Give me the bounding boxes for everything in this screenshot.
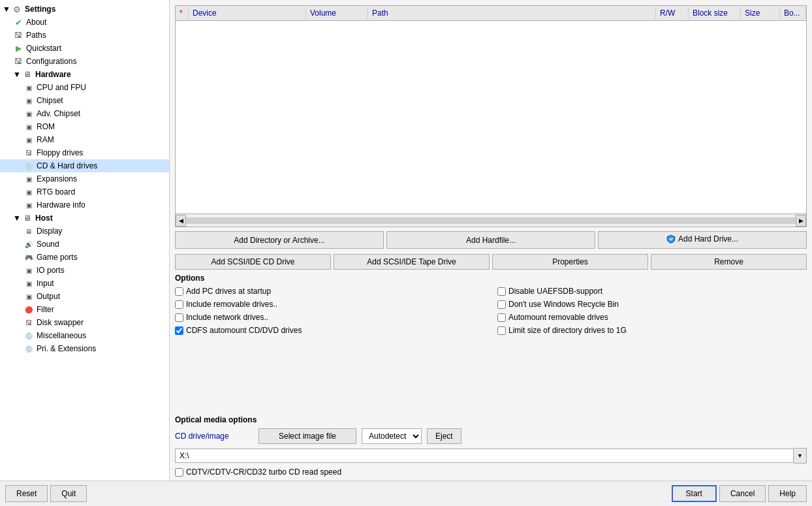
no-recycle-bin-label[interactable]: Don't use Windows Recycle Bin	[508, 300, 619, 309]
checkbox-add-pc-drives[interactable]: Add PC drives at startup	[175, 285, 484, 297]
disable-uaefsdb-label[interactable]: Disable UAEFSDB-support	[508, 287, 602, 296]
cd-path-input[interactable]	[175, 449, 794, 463]
select-image-button[interactable]: Select image file	[258, 428, 356, 444]
cdfs-automount-checkbox[interactable]	[175, 326, 183, 335]
limit-size-label[interactable]: Limit size of directory drives to 1G	[508, 326, 627, 335]
expand-icon-hw: ▼	[13, 71, 21, 78]
table-col-star[interactable]: *	[176, 7, 189, 19]
quit-button[interactable]: Quit	[50, 485, 87, 502]
sidebar-item-rom[interactable]: ▣ ROM	[0, 120, 169, 133]
sidebar-item-expansions[interactable]: ▣ Expansions	[0, 172, 169, 185]
include-removable-checkbox[interactable]	[175, 300, 183, 309]
cdtv-turbo-checkbox[interactable]	[175, 468, 183, 477]
sidebar-item-game-ports[interactable]: 🎮 Game ports	[0, 251, 169, 264]
add-pc-drives-label[interactable]: Add PC drives at startup	[186, 287, 271, 296]
add-hard-drive-label: Add Hard Drive...	[678, 234, 738, 244]
input-icon: ▣	[23, 278, 34, 289]
sidebar-item-about[interactable]: ✔ About	[0, 16, 169, 29]
include-network-label[interactable]: Include network drives..	[186, 313, 268, 322]
horizontal-scrollbar[interactable]: ◀ ▶	[175, 214, 807, 227]
sidebar-label-game-ports: Game ports	[37, 253, 78, 262]
sidebar-label-floppy: Floppy drives	[37, 148, 83, 157]
scroll-left-btn[interactable]: ◀	[176, 215, 186, 227]
start-button[interactable]: Start	[672, 485, 717, 502]
checkbox-limit-size[interactable]: Limit size of directory drives to 1G	[497, 324, 807, 336]
add-hardfile-button[interactable]: Add Hardfile...	[386, 231, 595, 249]
table-col-volume[interactable]: Volume	[306, 7, 368, 19]
checkbox-disable-uaefsdb[interactable]: Disable UAEFSDB-support	[497, 285, 807, 297]
autodetect-select[interactable]: Autodetect None CD32 CDTV	[362, 428, 422, 444]
add-scsi-tape-button[interactable]: Add SCSI/IDE Tape Drive	[334, 254, 490, 270]
sidebar-label-misc: Miscellaneous	[37, 331, 86, 340]
optical-media-section: Optical media options CD drive/image Sel…	[175, 415, 807, 478]
help-button[interactable]: Help	[768, 485, 807, 502]
table-col-size[interactable]: Size	[741, 7, 780, 19]
sidebar-item-ram[interactable]: ▣ RAM	[0, 133, 169, 146]
include-network-checkbox[interactable]	[175, 313, 183, 322]
add-scsi-cd-button[interactable]: Add SCSI/IDE CD Drive	[175, 254, 331, 270]
sidebar-item-miscellaneous[interactable]: 💿 Miscellaneous	[0, 329, 169, 342]
scroll-right-btn[interactable]: ▶	[796, 215, 806, 227]
include-removable-label[interactable]: Include removable drives..	[186, 300, 277, 309]
sidebar-item-configurations[interactable]: 🖫 Configurations	[0, 55, 169, 68]
sidebar-label-display: Display	[37, 227, 62, 236]
table-col-path[interactable]: Path	[368, 7, 656, 19]
sidebar-item-chipset[interactable]: ▣ Chipset	[0, 94, 169, 107]
limit-size-checkbox[interactable]	[497, 326, 506, 335]
cdfs-automount-label[interactable]: CDFS automount CD/DVD drives	[186, 326, 302, 335]
checkbox-include-removable[interactable]: Include removable drives..	[175, 298, 484, 310]
checkbox-no-recycle-bin[interactable]: Don't use Windows Recycle Bin	[497, 298, 807, 310]
output-icon: ▣	[23, 291, 34, 302]
remove-button[interactable]: Remove	[651, 254, 807, 270]
sidebar-item-hardware[interactable]: ▼ 🖥 Hardware	[0, 68, 169, 81]
sidebar-item-settings[interactable]: ▼ ⚙ Settings	[0, 3, 169, 16]
table-col-bo[interactable]: Bo...	[780, 7, 806, 19]
sidebar-label-filter: Filter	[37, 305, 54, 314]
computer-icon: 🖥	[22, 69, 33, 80]
sidebar-item-hardware-info[interactable]: ▣ Hardware info	[0, 198, 169, 212]
optical-title: Optical media options	[175, 415, 807, 424]
sidebar-item-quickstart[interactable]: ▶ Quickstart	[0, 42, 169, 55]
sidebar-item-cd-hard-drives[interactable]: 💿 CD & Hard drives	[0, 159, 169, 172]
sidebar-item-pri-extensions[interactable]: 💿 Pri. & Extensions	[0, 342, 169, 355]
table-col-blocksize[interactable]: Block size	[689, 7, 741, 19]
sidebar-item-host[interactable]: ▼ 🖥 Host	[0, 212, 169, 225]
sidebar-settings-label: Settings	[25, 5, 55, 14]
no-recycle-bin-checkbox[interactable]	[497, 300, 506, 309]
sidebar-item-output[interactable]: ▣ Output	[0, 290, 169, 303]
checkbox-include-network[interactable]: Include network drives..	[175, 311, 484, 323]
sidebar-item-filter[interactable]: 🔴 Filter	[0, 303, 169, 316]
add-pc-drives-checkbox[interactable]	[175, 287, 183, 296]
sidebar-label-sound: Sound	[37, 240, 59, 249]
cancel-button[interactable]: Cancel	[719, 485, 766, 502]
sidebar-item-rtg-board[interactable]: ▣ RTG board	[0, 185, 169, 198]
automount-removable-label[interactable]: Automount removable drives	[508, 313, 608, 322]
add-hard-drive-button[interactable]: Add Hard Drive...	[598, 231, 807, 249]
table-col-rw[interactable]: R/W	[656, 7, 689, 19]
scroll-track[interactable]	[186, 217, 796, 224]
gamepad-icon: 🎮	[23, 252, 34, 262]
sidebar-item-input[interactable]: ▣ Input	[0, 277, 169, 290]
path-dropdown-button[interactable]: ▼	[794, 448, 807, 464]
checkbox-automount-removable[interactable]: Automount removable drives	[497, 311, 807, 323]
eject-button[interactable]: Eject	[427, 428, 461, 444]
properties-button[interactable]: Properties	[492, 254, 648, 270]
sidebar-item-sound[interactable]: 🔊 Sound	[0, 238, 169, 251]
cdtv-turbo-label[interactable]: CDTV/CDTV-CR/CD32 turbo CD read speed	[186, 467, 341, 477]
sidebar-item-cpu-fpu[interactable]: ▣ CPU and FPU	[0, 81, 169, 94]
sidebar-label-about: About	[26, 18, 46, 27]
add-directory-button[interactable]: Add Directory or Archive...	[175, 231, 384, 249]
reset-button[interactable]: Reset	[5, 485, 48, 502]
checkbox-cdfs-automount[interactable]: CDFS automount CD/DVD drives	[175, 324, 484, 336]
disable-uaefsdb-checkbox[interactable]	[497, 287, 506, 296]
sidebar-item-io-ports[interactable]: ▣ IO ports	[0, 264, 169, 277]
table-col-device[interactable]: Device	[189, 7, 306, 19]
automount-removable-checkbox[interactable]	[497, 313, 506, 322]
sidebar-item-disk-swapper[interactable]: 🖫 Disk swapper	[0, 316, 169, 329]
sidebar-item-floppy-drives[interactable]: 🖫 Floppy drives	[0, 146, 169, 159]
sidebar-item-display[interactable]: 🖥 Display	[0, 225, 169, 238]
expand-icon-host: ▼	[13, 214, 21, 222]
sidebar-item-adv-chipset[interactable]: ▣ Adv. Chipset	[0, 107, 169, 120]
sidebar-item-paths[interactable]: 🖫 Paths	[0, 29, 169, 42]
checkbox-cdtv-turbo[interactable]: CDTV/CDTV-CR/CD32 turbo CD read speed	[175, 466, 807, 478]
